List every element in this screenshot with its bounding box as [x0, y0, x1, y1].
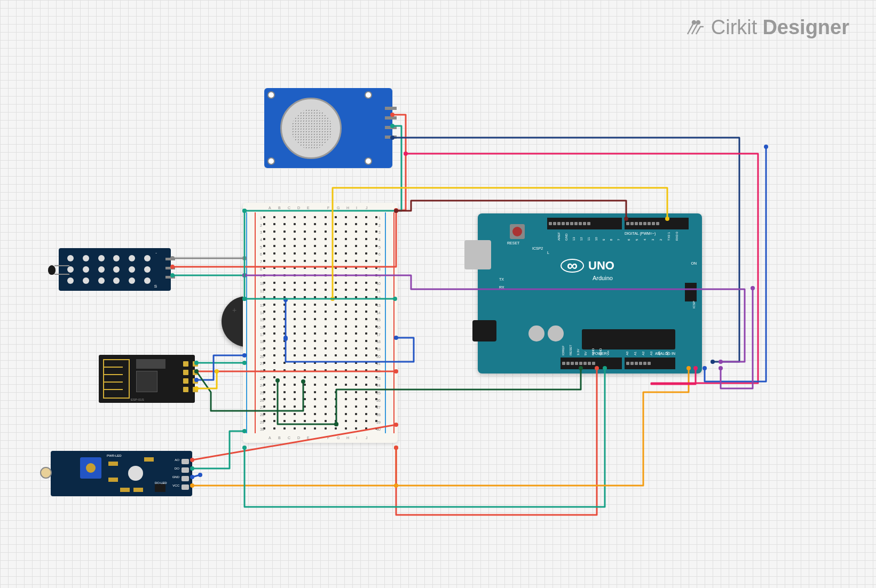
breadboard-row-label: 28 [376, 413, 381, 417]
wire[interactable] [192, 475, 200, 477]
arduino-on-label: ON [691, 261, 697, 265]
arduino-pin-label: 7 [617, 239, 620, 241]
breadboard-col-label: J [366, 436, 368, 440]
arduino-digital-header-1 [547, 218, 622, 229]
arduino-pin-label: 9 [602, 239, 605, 241]
arduino-l-label: L [547, 251, 549, 255]
arduino-sublogo: Arduino [593, 275, 613, 281]
breadboard-row-label: 25 [260, 391, 264, 395]
arduino-digital-label: DIGITAL (PWM=~) [625, 232, 656, 235]
breadboard-row-label: 8 [260, 267, 262, 271]
breadboard[interactable]: AABBCCDDEEFFGGHHIIJJ11223344556677889910… [243, 203, 398, 443]
wire-endpoint[interactable] [751, 286, 755, 290]
arduino-icsp-header [685, 283, 697, 301]
arduino-capacitor [548, 325, 564, 341]
breadboard-col-label: E [307, 206, 310, 210]
wire-endpoint[interactable] [242, 446, 247, 450]
esp-chip-label: ESP-01S [131, 398, 144, 401]
wire[interactable] [705, 147, 766, 382]
esp-pins [183, 361, 198, 392]
breadboard-col-label: G [337, 206, 340, 210]
wire[interactable] [192, 448, 396, 486]
breadboard-row-label: 18 [260, 340, 264, 344]
breadboard-row-label: 26 [260, 399, 264, 402]
arduino-pin-label: 11 [587, 237, 590, 241]
wire-endpoint[interactable] [404, 152, 408, 156]
arduino-icsp-label: ICSP [692, 301, 696, 308]
wire-endpoint[interactable] [764, 145, 768, 149]
ldr-do-label: DO [175, 467, 179, 470]
breadboard-row-label: 19 [376, 347, 381, 351]
wire[interactable] [721, 288, 753, 388]
esp8266-module[interactable]: ESP-01S [99, 355, 195, 403]
breadboard-row-label: 24 [376, 384, 381, 387]
breadboard-row-label: 3 [260, 231, 262, 234]
breadboard-col-label: G [337, 436, 340, 440]
wire-endpoint[interactable] [394, 446, 398, 450]
arduino-reset-label: RESET [507, 241, 519, 245]
arduino-pin-label: GND [599, 348, 602, 355]
breadboard-row-label: 7 [378, 260, 381, 264]
breadboard-col-label: B [278, 436, 281, 440]
wire-endpoint[interactable] [719, 360, 723, 364]
breadboard-row-label: 15 [376, 318, 381, 322]
arduino-pin-label: GND [565, 234, 568, 241]
breadboard-row-label: 2 [378, 224, 381, 227]
wire[interactable] [196, 371, 217, 388]
arduino-reset-button[interactable] [510, 224, 525, 239]
arduino-logo: ∞ UNO [561, 259, 614, 273]
mq-gas-sensor[interactable] [264, 88, 392, 168]
thermistor-module[interactable]: - S [59, 248, 171, 291]
arduino-rx-label: RX [499, 285, 504, 289]
arduino-power-header [561, 357, 622, 369]
wire[interactable] [196, 355, 244, 380]
thermistor-minus-label: - [155, 250, 157, 255]
breadboard-row-label: 4 [260, 238, 262, 242]
breadboard-row-label: 5 [378, 245, 381, 249]
arduino-pin-label: 6 [627, 239, 630, 241]
arduino-pin-label: A4 [658, 352, 661, 355]
wire-endpoint[interactable] [198, 473, 202, 477]
ldr-vcc-label: VCC [172, 484, 179, 487]
breadboard-col-label: F [327, 206, 329, 210]
circuit-canvas[interactable]: - S + [0, 0, 876, 588]
thermistor-pins [165, 258, 175, 279]
wire-endpoint[interactable] [719, 366, 723, 370]
wire-endpoint[interactable] [711, 360, 715, 364]
ldr-module[interactable]: PWR-LED DO-LED AO DO GND VCC [51, 451, 192, 496]
breadboard-row-label: 4 [378, 238, 381, 242]
arduino-pin-label: RESET [569, 345, 572, 355]
arduino-pin-label: A1 [634, 352, 637, 355]
wire[interactable] [396, 368, 689, 486]
breadboard-row-label: 17 [260, 333, 264, 337]
wire-endpoint[interactable] [394, 446, 398, 450]
arduino-pin-label: 10 [595, 237, 598, 241]
wire-endpoint[interactable] [394, 483, 398, 488]
breadboard-row-label: 27 [376, 406, 381, 409]
breadboard-row-label: 6 [260, 252, 262, 256]
breadboard-row-label: 26 [376, 399, 381, 402]
breadboard-row-label: 29 [376, 420, 381, 424]
breadboard-row-label: 10 [376, 282, 381, 285]
wire[interactable] [396, 368, 597, 515]
ldr-gnd-label: GND [172, 475, 179, 479]
breadboard-col-label: J [366, 206, 368, 210]
arduino-uno[interactable]: RESET ICSP2 ON DIGITAL (PWM=~) POWER ANA… [478, 213, 702, 374]
breadboard-row-label: 2 [260, 224, 262, 227]
breadboard-row-label: 10 [260, 282, 264, 285]
wire[interactable] [192, 431, 244, 468]
wire-endpoint[interactable] [215, 369, 219, 374]
breadboard-row-label: 9 [260, 274, 262, 278]
breadboard-row-label: 23 [260, 377, 264, 380]
arduino-tx-label: TX [499, 277, 504, 281]
wire-endpoint[interactable] [703, 366, 707, 370]
breadboard-holes [259, 213, 382, 432]
arduino-pin-label: 4 [643, 239, 646, 241]
ldr-doled-label: DO-LED [155, 481, 167, 484]
breadboard-row-label: 21 [260, 362, 264, 365]
breadboard-col-label: A [269, 436, 271, 440]
breadboard-row-label: 20 [376, 355, 381, 359]
buzzer-plus-mark: + [232, 306, 236, 314]
arduino-pin-label: 13 [572, 237, 575, 241]
breadboard-row-label: 19 [260, 347, 264, 351]
